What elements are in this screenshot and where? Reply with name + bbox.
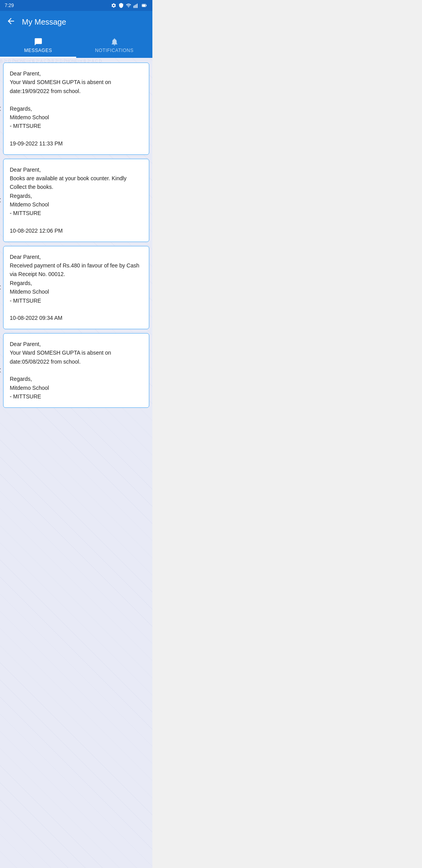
message-card-2: Dear Parent, Books are available at your… <box>3 159 149 242</box>
vpn-icon <box>118 3 124 8</box>
signal-icon <box>133 3 139 8</box>
back-arrow-icon <box>6 16 16 26</box>
message-body-3: Dear Parent, Received payment of Rs.480 … <box>10 253 143 323</box>
wifi-icon <box>126 3 131 8</box>
svg-rect-1 <box>135 5 136 8</box>
settings-icon <box>111 3 116 8</box>
message-card-1: Dear Parent, Your Ward SOMESH GUPTA is a… <box>3 63 149 155</box>
bell-icon <box>110 38 119 46</box>
message-card-3: Dear Parent, Received payment of Rs.480 … <box>3 246 149 329</box>
app-bar: My Message <box>0 11 152 33</box>
status-bar-left: 7:29 <box>5 3 14 8</box>
back-button[interactable] <box>6 16 16 27</box>
svg-rect-3 <box>137 4 138 8</box>
svg-rect-5 <box>142 4 145 6</box>
status-time: 7:29 <box>5 3 14 8</box>
svg-rect-6 <box>146 5 147 6</box>
svg-rect-0 <box>134 6 134 8</box>
svg-rect-2 <box>136 4 136 8</box>
tab-messages-label: Messages <box>24 48 52 53</box>
chat-icon <box>34 38 43 46</box>
tab-bar: Messages Notifications <box>0 33 152 58</box>
page-title: My Message <box>22 18 66 27</box>
tab-notifications-label: Notifications <box>95 48 133 53</box>
message-body-1: Dear Parent, Your Ward SOMESH GUPTA is a… <box>10 69 143 148</box>
battery-icon <box>141 3 148 8</box>
status-bar: 7:29 <box>0 0 152 11</box>
tab-notifications[interactable]: Notifications <box>76 33 152 58</box>
tab-messages[interactable]: Messages <box>0 33 76 58</box>
messages-list: Dear Parent, Your Ward SOMESH GUPTA is a… <box>0 58 152 868</box>
message-body-2: Dear Parent, Books are available at your… <box>10 165 143 235</box>
status-bar-right <box>111 3 148 8</box>
message-card-4: Dear Parent, Your Ward SOMESH GUPTA is a… <box>3 333 149 408</box>
message-body-4: Dear Parent, Your Ward SOMESH GUPTA is a… <box>10 340 143 401</box>
